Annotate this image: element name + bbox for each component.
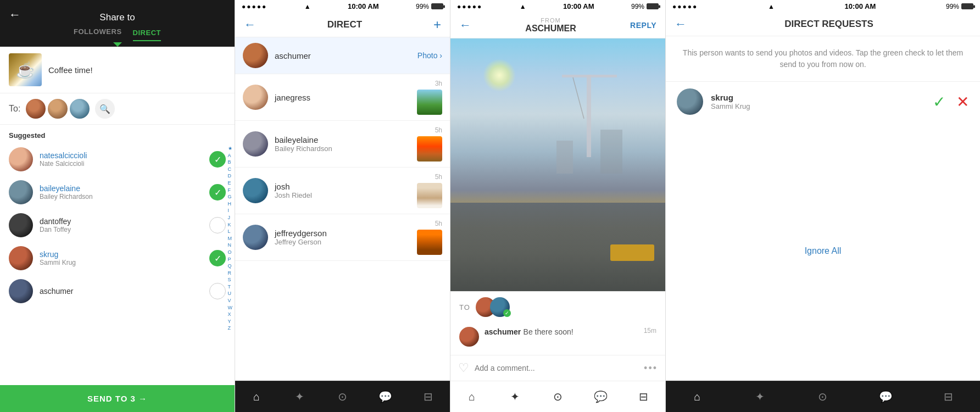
to-label: To: <box>9 104 20 114</box>
photo-link[interactable]: Photo › <box>417 51 442 60</box>
panel1-tabs: FOLLOWERS DIRECT <box>74 27 161 42</box>
accept-request-button[interactable]: ✓ <box>933 93 945 111</box>
status-bar-panel3: ●●●●● ▲ 10:00 AM 99% <box>450 0 665 13</box>
user-info-aschumer: aschumer <box>40 287 209 296</box>
signal-strength: ●●●●● <box>672 3 698 10</box>
send-to-button[interactable]: SEND TO 3 → <box>0 385 235 412</box>
more-options-button[interactable]: ••• <box>644 363 658 374</box>
comment-input[interactable] <box>475 364 644 372</box>
status-right: 99% <box>416 3 443 10</box>
battery-percent: 99% <box>416 3 429 10</box>
dm-sub: Josh Riedel <box>275 191 417 199</box>
nav-book-button[interactable]: ⊟ <box>632 387 656 407</box>
user-info-skrug: skrug Sammi Krug <box>40 250 209 266</box>
dm-time: 5h <box>435 173 442 181</box>
user-handle: aschumer <box>40 287 209 296</box>
panel3-nav: ← FROM ASCHUMER REPLY <box>450 13 665 38</box>
message-text: Be there soon! <box>524 327 573 336</box>
panel4-title: DIRECT REQUESTS <box>687 19 971 30</box>
user-fullname: Nate Salciccioli <box>40 160 209 168</box>
nav-home-button[interactable]: ⌂ <box>244 387 269 407</box>
panel2-title: DIRECT <box>256 19 433 30</box>
message-content: aschumer Be there soon! <box>485 327 644 337</box>
tab-followers[interactable]: FOLLOWERS <box>74 27 122 40</box>
back-button[interactable]: ← <box>9 8 21 22</box>
user-check-aschumer[interactable] <box>209 283 226 299</box>
nav-camera-button[interactable]: ⊙ <box>330 387 354 407</box>
heart-button[interactable]: ♡ <box>458 361 469 375</box>
user-row-natesalciccioli[interactable]: natesalciccioli Nate Salciccioli ✓ <box>0 143 235 176</box>
user-check-dantoffey[interactable] <box>209 217 226 233</box>
user-handle: skrug <box>40 250 209 259</box>
user-info-dantoffey: dantoffey Dan Toffey <box>40 217 209 233</box>
battery-icon <box>961 3 973 9</box>
user-handle: baileyelaine <box>40 184 209 193</box>
nav-star-button[interactable]: ✦ <box>503 387 527 407</box>
nav-bubble-button[interactable]: 💬 <box>589 387 613 407</box>
dm-thumbnail-jeffreydgerson <box>417 230 442 255</box>
dm-avatar-josh <box>243 178 268 203</box>
nav-bubble-button[interactable]: 💬 <box>873 387 898 407</box>
nav-home-button[interactable]: ⌂ <box>460 387 484 407</box>
comment-row: ♡ ••• <box>450 355 665 381</box>
nav-book-button[interactable]: ⊟ <box>416 387 441 407</box>
nav-star-button[interactable]: ✦ <box>287 387 311 407</box>
user-fullname: Bailey Richardson <box>40 193 209 201</box>
new-direct-button[interactable]: + <box>433 17 441 32</box>
dm-item-jeffreydgerson[interactable]: jeffreydgerson Jeffrey Gerson 5h <box>235 214 450 261</box>
request-row-skrug: skrug Sammi Krug ✓ ✕ <box>666 81 980 121</box>
dm-avatar-janegress <box>243 85 268 110</box>
request-handle: skrug <box>711 93 933 102</box>
dm-item-josh[interactable]: josh Josh Riedel 5h <box>235 168 450 214</box>
user-handle: dantoffey <box>40 217 209 226</box>
user-check-natesalciccioli[interactable]: ✓ <box>209 151 226 168</box>
user-check-skrug[interactable]: ✓ <box>209 250 226 266</box>
panel-photo-view: ●●●●● ▲ 10:00 AM 99% ← FROM ASCHUMER REP… <box>450 0 666 412</box>
nav-bubble-button[interactable]: 💬 <box>374 387 398 407</box>
photo-image <box>450 38 665 291</box>
dm-item-aschumer[interactable]: aschumer Photo › <box>235 37 450 74</box>
to-row: To: 🔍 <box>0 93 235 125</box>
dm-thumbnail-josh <box>417 183 442 208</box>
user-handle: natesalciccioli <box>40 151 209 160</box>
dm-avatar-baileyelaine <box>243 131 268 157</box>
crane-svg <box>556 64 622 174</box>
user-row-aschumer[interactable]: aschumer <box>0 275 235 308</box>
user-info-baileyelaine: baileyelaine Bailey Richardson <box>40 184 209 201</box>
reject-request-button[interactable]: ✕ <box>956 93 969 111</box>
nav-camera-button[interactable]: ⊙ <box>545 387 570 407</box>
dm-time: 5h <box>435 220 442 227</box>
user-avatar-dantoffey <box>9 213 33 237</box>
dm-name: janegress <box>275 93 417 102</box>
user-check-baileyelaine[interactable]: ✓ <box>209 184 226 201</box>
search-recipients-button[interactable]: 🔍 <box>95 99 115 119</box>
status-time: 10:00 AM <box>563 2 594 10</box>
status-right: 99% <box>631 3 659 10</box>
tab-indicator <box>113 42 122 47</box>
nav-star-button[interactable]: ✦ <box>748 387 772 407</box>
svg-rect-4 <box>600 130 622 174</box>
tab-direct[interactable]: DIRECT <box>133 29 161 41</box>
dm-info-baileyelaine: baileyelaine Bailey Richardson <box>275 135 417 153</box>
back-button-panel3[interactable]: ← <box>459 18 471 32</box>
user-row-skrug[interactable]: skrug Sammi Krug ✓ <box>0 242 235 275</box>
battery-percent: 99% <box>946 3 959 10</box>
wifi-icon: ▲ <box>768 3 775 10</box>
dm-item-baileyelaine[interactable]: baileyelaine Bailey Richardson 5h <box>235 121 450 168</box>
nav-camera-button[interactable]: ⊙ <box>811 387 835 407</box>
dm-item-janegress[interactable]: janegress 3h <box>235 74 450 121</box>
wifi-icon: ▲ <box>520 3 526 10</box>
back-button-panel2[interactable]: ← <box>244 18 256 32</box>
battery-icon <box>431 3 443 9</box>
photo-thumbnail: ☕ <box>9 53 42 86</box>
request-fullname: Sammi Krug <box>711 102 933 110</box>
panel1-header: ← Share to FOLLOWERS DIRECT <box>0 0 235 47</box>
nav-home-button[interactable]: ⌂ <box>685 387 709 407</box>
ignore-all-button[interactable]: Ignore All <box>666 235 980 267</box>
reply-button[interactable]: REPLY <box>630 21 656 30</box>
user-row-baileyelaine[interactable]: baileyelaine Bailey Richardson ✓ <box>0 176 235 209</box>
signal-strength: ●●●●● <box>242 3 267 10</box>
user-row-dantoffey[interactable]: dantoffey Dan Toffey <box>0 209 235 242</box>
nav-book-button[interactable]: ⊟ <box>937 387 961 407</box>
back-button-panel4[interactable]: ← <box>675 17 687 31</box>
